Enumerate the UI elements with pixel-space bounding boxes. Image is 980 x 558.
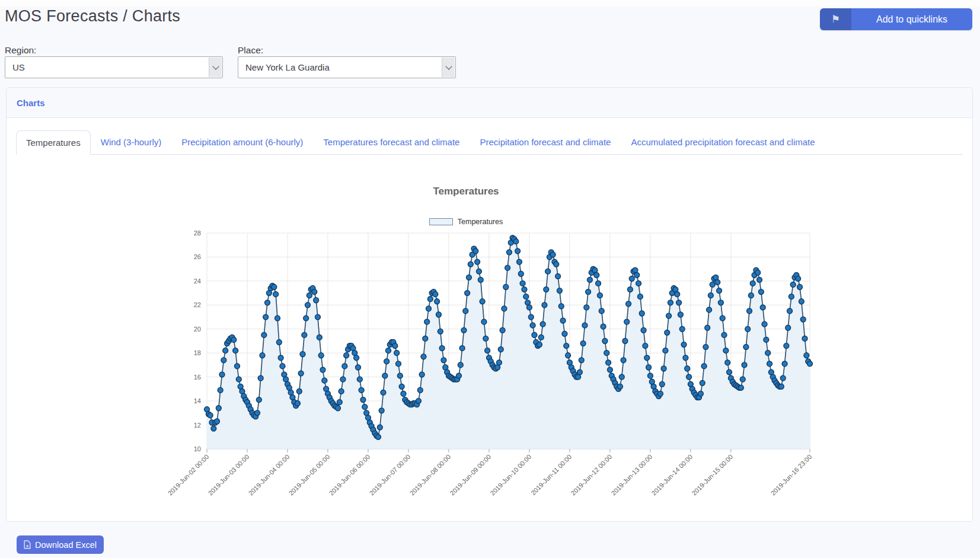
tab-accumulated-precipitation-forecast-and-climate[interactable]: Accumulated precipitation forecast and c… (621, 130, 825, 154)
svg-text:2019-Jun-05 00:00: 2019-Jun-05 00:00 (288, 453, 331, 497)
chart-tabs: Temperatures Wind (3-hourly) Precipitati… (16, 130, 963, 155)
svg-text:2019-Jun-10 00:00: 2019-Jun-10 00:00 (489, 453, 533, 497)
flag-icon: ⚑ (820, 8, 851, 30)
top-strip (0, 0, 980, 7)
svg-text:2019-Jun-07 00:00: 2019-Jun-07 00:00 (368, 453, 412, 497)
svg-text:28: 28 (194, 229, 201, 237)
svg-text:2019-Jun-06 00:00: 2019-Jun-06 00:00 (328, 453, 372, 497)
excel-file-icon: x (24, 540, 31, 549)
add-to-quicklinks-button[interactable]: ⚑ Add to quicklinks (820, 8, 972, 30)
svg-text:22: 22 (194, 301, 201, 308)
download-excel-label: Download Excel (35, 540, 97, 550)
svg-text:x: x (26, 543, 29, 549)
svg-text:2019-Jun-14 00:00: 2019-Jun-14 00:00 (650, 453, 694, 497)
tab-temperatures[interactable]: Temperatures (16, 130, 91, 155)
add-to-quicklinks-label: Add to quicklinks (851, 8, 972, 30)
tab-precipitation-forecast-and-climate[interactable]: Precipitation forecast and climate (470, 130, 621, 154)
svg-text:2019-Jun-09 00:00: 2019-Jun-09 00:00 (449, 453, 493, 497)
tab-wind-3-hourly[interactable]: Wind (3-hourly) (91, 130, 172, 154)
svg-text:2019-Jun-12 00:00: 2019-Jun-12 00:00 (570, 453, 614, 497)
svg-text:24: 24 (194, 278, 201, 285)
svg-text:2019-Jun-13 00:00: 2019-Jun-13 00:00 (609, 453, 653, 497)
download-excel-button[interactable]: x Download Excel (17, 535, 104, 554)
place-select[interactable]: New York La Guardia (238, 56, 456, 78)
svg-text:12: 12 (194, 422, 201, 429)
region-select[interactable]: US (5, 56, 223, 78)
tab-temperatures-forecast-and-climate[interactable]: Temperatures forecast and climate (313, 130, 470, 154)
svg-text:2019-Jun-04 00:00: 2019-Jun-04 00:00 (247, 453, 291, 497)
place-select-value: New York La Guardia (245, 62, 330, 72)
chevron-down-icon (442, 58, 455, 77)
tab-precipitation-amount-6-hourly[interactable]: Precipitation amount (6-hourly) (171, 130, 313, 154)
svg-text:2019-Jun-16 23:00: 2019-Jun-16 23:00 (770, 453, 813, 497)
svg-text:18: 18 (194, 349, 201, 356)
region-select-value: US (12, 62, 25, 72)
card-header: Charts (7, 88, 972, 118)
svg-text:20: 20 (194, 326, 201, 333)
svg-text:2019-Jun-08 00:00: 2019-Jun-08 00:00 (408, 453, 452, 497)
svg-text:2019-Jun-02 00:00: 2019-Jun-02 00:00 (167, 453, 210, 497)
chevron-down-icon (209, 58, 222, 77)
svg-text:2019-Jun-11 00:00: 2019-Jun-11 00:00 (529, 453, 573, 496)
temperature-chart: Temperatures Temperatures 10121416182022… (7, 161, 973, 505)
svg-text:10: 10 (194, 445, 201, 452)
region-label: Region: (5, 45, 36, 56)
card-header-title: Charts (17, 98, 45, 108)
svg-text:2019-Jun-03 00:00: 2019-Jun-03 00:00 (207, 453, 251, 497)
svg-text:26: 26 (194, 253, 201, 260)
page-title: MOS Forecasts / Charts (5, 7, 180, 25)
place-label: Place: (238, 45, 263, 56)
temperature-chart-svg: 101214161820222426282019-Jun-02 00:00201… (7, 161, 973, 505)
svg-text:2019-Jun-15 00:00: 2019-Jun-15 00:00 (690, 453, 734, 497)
svg-text:14: 14 (194, 397, 201, 404)
svg-text:16: 16 (194, 374, 201, 381)
charts-card: Charts Temperatures Wind (3-hourly) Prec… (6, 87, 973, 522)
